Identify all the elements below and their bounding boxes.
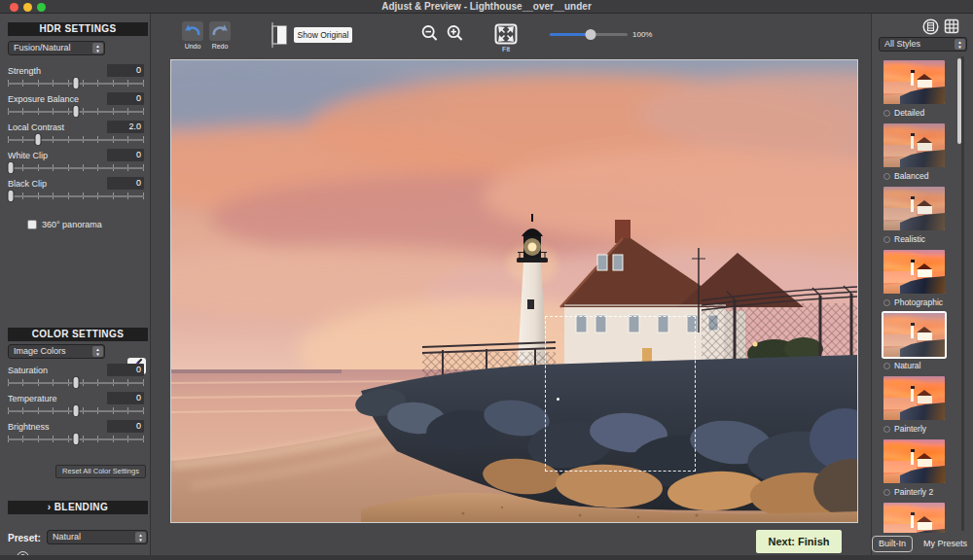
thumbnail-lighthouse: [911, 389, 914, 402]
preset-radio[interactable]: [883, 299, 890, 306]
slider-handle[interactable]: [73, 77, 80, 89]
show-original-button[interactable]: Show Original: [294, 27, 352, 43]
tab-my-presets[interactable]: My Presets: [917, 536, 973, 552]
preset-item[interactable]: [883, 503, 947, 533]
styles-filter-select[interactable]: All Styles ▲▼: [879, 37, 967, 52]
thumbnail-house: [918, 522, 932, 530]
thumbnail-lighthouse: [911, 136, 914, 149]
slider-track[interactable]: [8, 435, 144, 443]
color-mode-select[interactable]: Image Colors ▲▼: [8, 344, 105, 359]
fit-icon: [494, 23, 518, 45]
hdr-mode-select[interactable]: Fusion/Natural ▲▼: [8, 41, 105, 55]
styles-filter-value: All Styles: [884, 39, 920, 49]
slider-row: Saturation 0: [8, 364, 144, 387]
preset-radio[interactable]: [883, 489, 890, 496]
slider-line: [8, 195, 144, 197]
zoom-slider[interactable]: [550, 33, 628, 36]
slider-value-box[interactable]: 0: [107, 364, 144, 376]
slider-handle[interactable]: [73, 433, 80, 445]
undo-button[interactable]: [182, 21, 203, 41]
slider-value-box[interactable]: 0: [107, 92, 144, 105]
reset-color-settings-button[interactable]: Reset All Color Settings: [55, 465, 146, 478]
preset-label: Natural: [894, 361, 920, 370]
slider-track[interactable]: [8, 107, 144, 116]
preset-item[interactable]: Detailed: [883, 60, 947, 118]
slider-handle[interactable]: [73, 105, 80, 118]
preset-radio[interactable]: [883, 110, 890, 117]
undo-label: Undo: [178, 43, 207, 50]
slider-track[interactable]: [8, 79, 144, 88]
panorama-label: 360° panorama: [42, 220, 102, 229]
slider-value-box[interactable]: 0: [107, 149, 144, 161]
preset-radio[interactable]: [883, 173, 890, 180]
preset-thumbnail[interactable]: [883, 60, 945, 104]
next-finish-button[interactable]: Next: Finish: [756, 530, 842, 553]
preset-radio[interactable]: [883, 426, 890, 433]
selection-rectangle[interactable]: [545, 316, 696, 472]
preset-thumbnail[interactable]: [883, 439, 945, 483]
redo-label: Redo: [205, 43, 234, 50]
preset-item[interactable]: Balanced: [883, 123, 947, 181]
title-bar: Adjust & Preview - Lighthouse__over__und…: [0, 0, 973, 14]
grid-view-button[interactable]: [944, 18, 959, 38]
filmstrip-view-icon: [922, 18, 939, 35]
zoom-out-button[interactable]: [420, 24, 440, 48]
preset-thumbnail[interactable]: [883, 503, 945, 533]
slider-value-box[interactable]: 0: [107, 392, 144, 404]
redo-button[interactable]: [209, 21, 231, 41]
color-sliders-group: Saturation 0 Temperature 0 Brightness 0: [8, 364, 144, 448]
photo-preview-canvas[interactable]: [171, 60, 857, 522]
slider-track[interactable]: [8, 135, 144, 144]
thumbnail-lighthouse-cap: [911, 323, 915, 326]
preset-thumbnail[interactable]: [883, 250, 945, 294]
preset-item[interactable]: Natural: [883, 313, 947, 370]
slider-track[interactable]: [8, 192, 144, 200]
slider-value-box[interactable]: 0: [107, 64, 144, 77]
preset-item[interactable]: Painterly 2: [883, 439, 947, 497]
slider-handle[interactable]: [7, 161, 14, 174]
slider-handle[interactable]: [7, 190, 14, 202]
preset-thumbnail[interactable]: [883, 123, 945, 167]
preset-select[interactable]: Natural ▲▼: [47, 530, 148, 544]
blending-header[interactable]: › BLENDING: [8, 501, 148, 514]
filmstrip-view-button[interactable]: [922, 18, 939, 39]
slider-value-box[interactable]: 2.0: [107, 121, 144, 133]
slider-handle[interactable]: [73, 404, 80, 417]
slider-row: Black Clip 0: [8, 177, 144, 200]
preset-radio[interactable]: [883, 363, 890, 369]
preset-item[interactable]: Realistic: [883, 187, 947, 244]
preset-scrollbar-track[interactable]: [961, 56, 964, 531]
split-preview-button[interactable]: [265, 22, 290, 52]
preset-label: Photographic: [894, 298, 943, 307]
hdr-settings-header: HDR SETTINGS: [8, 22, 148, 36]
slider-label: Strength: [8, 66, 41, 76]
slider-track[interactable]: [8, 406, 144, 415]
preset-thumbnail[interactable]: [883, 313, 945, 357]
preset-label: Painterly 2: [894, 487, 933, 497]
zoom-in-icon: [446, 24, 465, 44]
slider-line: [8, 167, 144, 169]
preset-thumbnail[interactable]: [883, 376, 945, 420]
preset-item[interactable]: Painterly: [883, 376, 947, 434]
slider-value-box[interactable]: 0: [107, 177, 144, 190]
zoom-in-button[interactable]: [446, 24, 465, 48]
preset-label: Realistic: [894, 234, 925, 244]
preset-radio[interactable]: [883, 236, 890, 243]
tab-built-in[interactable]: Built-In: [872, 536, 913, 552]
thumbnail-lighthouse: [911, 73, 914, 86]
hdr-sliders-group: Strength 0 Exposure Balance 0 Local Cont…: [8, 64, 144, 205]
thumbnail-lighthouse-cap: [911, 386, 915, 389]
slider-handle[interactable]: [73, 376, 80, 389]
thumbnail-house: [918, 269, 932, 277]
chevron-right-icon: ›: [48, 502, 52, 512]
redo-icon: [209, 21, 231, 41]
preset-item[interactable]: Photographic: [883, 250, 947, 307]
slider-track[interactable]: [8, 163, 144, 172]
preset-scrollbar-thumb[interactable]: [957, 58, 961, 144]
slider-track[interactable]: [8, 378, 144, 387]
slider-value-box[interactable]: 0: [107, 420, 144, 433]
zoom-slider-handle[interactable]: [585, 29, 595, 40]
slider-handle[interactable]: [34, 133, 41, 146]
panorama-checkbox[interactable]: [27, 220, 37, 229]
preset-thumbnail[interactable]: [883, 187, 945, 230]
